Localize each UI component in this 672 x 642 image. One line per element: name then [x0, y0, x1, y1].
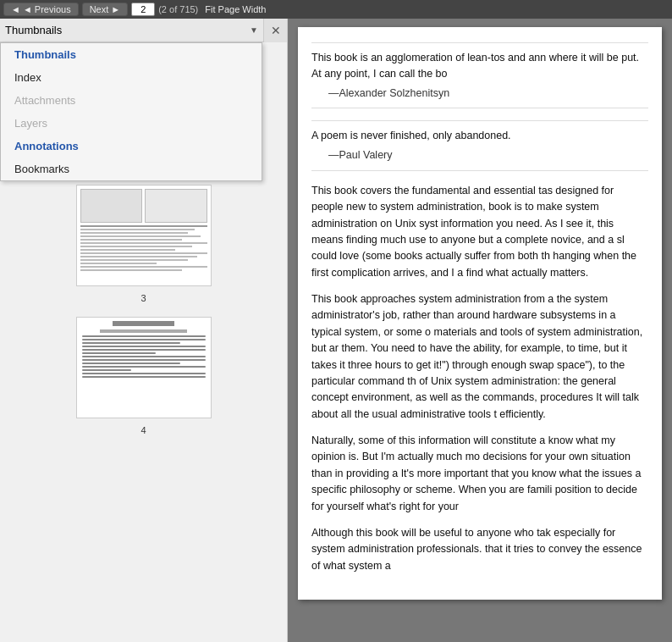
thumbnail-page-4[interactable]: 4	[3, 313, 284, 435]
quote-block-2: A poem is never finished, only abandoned…	[311, 120, 648, 171]
deco-line	[82, 356, 206, 357]
quote1-attr: —Alexander Solzhenitsyn	[311, 86, 648, 102]
dropdown-menu: Thumbnails Index Attachments Layers Anno…	[0, 42, 262, 181]
deco-line	[82, 359, 206, 361]
thumb-wrapper-3	[73, 181, 215, 290]
menu-item-bookmarks[interactable]: Bookmarks	[1, 158, 262, 180]
next-label: Next ►	[90, 4, 121, 14]
page-input[interactable]	[131, 3, 155, 16]
next-button[interactable]: Next ►	[82, 3, 129, 16]
menu-item-attachments: Attachments	[1, 89, 262, 112]
menu-item-index[interactable]: Index	[1, 66, 262, 89]
thumb-label-3: 3	[140, 293, 146, 303]
toolbar: ◄ ◄ Previous Next ► (2 of 715) Fit Page …	[0, 0, 672, 19]
thumbnail-page-3[interactable]: 3	[3, 181, 284, 303]
quote2-attr: —Paul Valery	[311, 147, 648, 163]
deco-line	[82, 342, 181, 344]
quote-block-1: This book is an agglomeration of lean-to…	[311, 42, 648, 108]
prev-label: ◄ Previous	[23, 4, 71, 14]
thumb-img-4	[76, 317, 212, 418]
thumb-img-3	[76, 185, 212, 286]
deco-line	[82, 369, 131, 371]
deco-line	[82, 366, 206, 368]
panel-header: Thumbnails ▼ ✕	[0, 19, 287, 42]
menu-item-annotations[interactable]: Annotations	[1, 135, 262, 158]
fit-page-button[interactable]: Fit Page Width	[201, 3, 269, 15]
thumb-label-4: 4	[140, 425, 146, 435]
left-panel: Thumbnails ▼ ✕ Thumbnails Index Attachme…	[0, 19, 288, 642]
menu-item-thumbnails[interactable]: Thumbnails	[1, 43, 262, 66]
quote2-text: A poem is never finished, only abandoned…	[311, 128, 648, 144]
quote1-text: This book is an agglomeration of lean-to…	[311, 50, 648, 82]
prev-icon: ◄	[11, 4, 20, 14]
prev-button[interactable]: ◄ ◄ Previous	[3, 3, 79, 16]
document-page: This book is an agglomeration of lean-to…	[298, 27, 662, 600]
deco-line	[82, 352, 157, 354]
panel-dropdown[interactable]: Thumbnails ▼	[0, 19, 263, 42]
menu-item-layers: Layers	[1, 112, 262, 135]
chevron-down-icon: ▼	[250, 25, 258, 35]
main-area: Thumbnails ▼ ✕ Thumbnails Index Attachme…	[0, 19, 672, 642]
body-para-2: This book approaches system administrati…	[311, 291, 648, 423]
deco-line	[82, 339, 206, 340]
close-icon: ✕	[271, 24, 281, 37]
deco-line	[82, 335, 206, 337]
panel-dropdown-label: Thumbnails	[5, 24, 62, 36]
body-para-1: This book covers the fundamental and ess…	[311, 183, 648, 281]
content-area[interactable]: This book is an agglomeration of lean-to…	[288, 19, 672, 642]
body-para-3: Naturally, some of this information will…	[311, 433, 648, 515]
deco-line	[82, 363, 181, 364]
body-para-4: Although this book will be useful to any…	[311, 525, 648, 574]
thumb-wrapper-4	[73, 313, 215, 422]
panel-close-button[interactable]: ✕	[263, 19, 287, 42]
deco-line	[82, 346, 206, 347]
page-info: (2 of 715)	[158, 4, 198, 14]
deco-line	[82, 373, 206, 374]
deco-line	[82, 376, 206, 378]
deco-line	[82, 349, 206, 351]
